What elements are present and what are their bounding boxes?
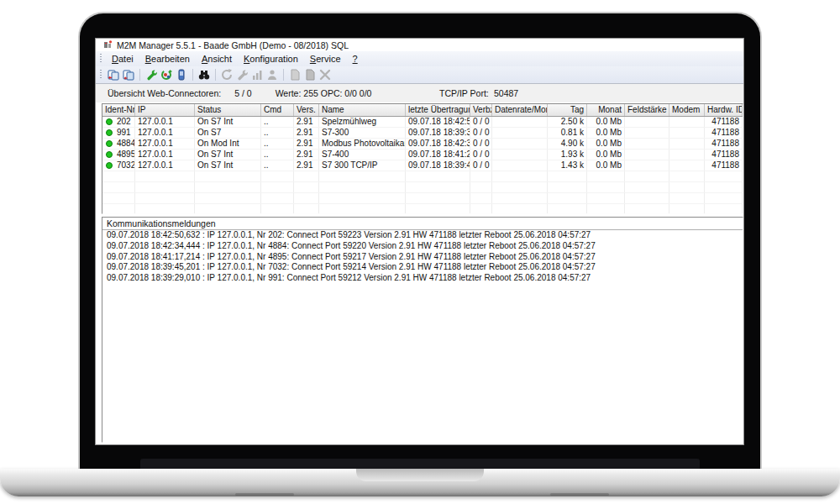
cell-status — [195, 182, 261, 192]
cell-cmd: .. — [261, 139, 294, 149]
table-row[interactable]: 7032127.0.0.1On S7 Int..2.91S7 300 TCP/I… — [102, 160, 743, 171]
cell-letzte-bertragung — [406, 193, 470, 203]
menu-item-konfiguration[interactable]: Konfiguration — [238, 52, 304, 66]
cell-modem — [669, 204, 705, 214]
communication-log-title: Kommunikationsmeldungen — [102, 218, 743, 230]
cell-tag — [548, 182, 587, 192]
cell-vers-: 2.91 — [294, 117, 319, 127]
column-header-tag[interactable]: Tag — [548, 104, 587, 116]
cell-letzte-bertragung: 09.07.18 18:41:20 * — [406, 150, 470, 160]
column-header-vers-[interactable]: Vers. — [294, 104, 319, 116]
cell-ident-nr: 7032 — [102, 160, 135, 171]
copy-blue-alt-icon[interactable] — [121, 68, 136, 82]
laptop-foot — [235, 493, 294, 496]
cell-ip: 127.0.0.1 — [135, 117, 195, 127]
cell-vers- — [294, 171, 319, 181]
cell-feldst-rke — [625, 171, 669, 181]
table-row[interactable]: 4895127.0.0.1On S7 Int..2.91S7-40009.07.… — [102, 150, 743, 160]
table-row[interactable]: 991127.0.0.1On S7..2.91S7-30009.07.18 18… — [102, 128, 743, 139]
cell-letzte-bertragung: 09.07.18 18:42:37 * — [406, 139, 470, 149]
cell-letzte-bertragung — [406, 204, 470, 214]
cell-datenrate-mon — [492, 193, 548, 203]
cell-letzte-bertragung: 09.07.18 18:39:32 * — [406, 128, 470, 138]
wrench-gray-icon — [234, 68, 249, 82]
status-online-icon — [106, 162, 113, 169]
table-row[interactable]: 4884127.0.0.1On Mod Int..2.91Modbus Phot… — [102, 139, 743, 150]
device-table: Ident-NrIPStatusCmdVers.Nameletzte Übert… — [102, 103, 743, 214]
cell-ip: 127.0.0.1 — [135, 128, 195, 138]
binoculars-icon[interactable] — [197, 68, 212, 82]
cell-modem — [669, 150, 705, 160]
column-header-letzte-bertragung[interactable]: letzte Übertragung — [406, 104, 470, 116]
cell-ip: 127.0.0.1 — [135, 160, 195, 171]
copy-blue-icon[interactable] — [106, 68, 121, 82]
cell-modem — [669, 139, 705, 149]
user-icon — [265, 68, 280, 82]
cell-ident-nr: 4884 — [102, 139, 135, 149]
menu-item-ansicht[interactable]: Ansicht — [196, 52, 238, 66]
cell-status — [195, 193, 261, 203]
device-table-body: 202127.0.0.1On S7 Int..2.91Spelzmühlweg0… — [102, 117, 743, 214]
column-header-verbz-[interactable]: Verbz... — [470, 104, 492, 116]
table-row[interactable]: 202127.0.0.1On S7 Int..2.91Spelzmühlweg0… — [102, 117, 743, 128]
cell-feldst-rke — [625, 160, 669, 171]
cell-tag: 4.90 k — [548, 139, 587, 149]
cell-ident-nr — [102, 171, 135, 181]
cell-tag — [548, 171, 587, 181]
laptop-lid-notch — [356, 469, 484, 481]
laptop-hinge — [140, 459, 700, 469]
column-header-name[interactable]: Name — [319, 104, 406, 116]
wrench-green-icon[interactable] — [144, 68, 159, 82]
column-header-ident-nr[interactable]: Ident-Nr — [102, 104, 135, 116]
cell-ip: 127.0.0.1 — [135, 139, 195, 149]
menu-item-?[interactable]: ? — [347, 52, 364, 66]
toolbar-separator — [192, 69, 193, 81]
toolbar-grip-handle[interactable] — [100, 70, 102, 80]
cell-datenrate-mon — [492, 204, 548, 214]
column-header-hardw-id[interactable]: Hardw. ID — [705, 104, 743, 116]
status-online-icon — [106, 129, 113, 136]
cell-name: S7 300 TCP/IP — [319, 160, 406, 171]
tcp-port-label: TCP/IP Port: — [439, 88, 489, 98]
cell-status — [195, 171, 261, 181]
cell-vers- — [294, 193, 319, 203]
column-header-monat[interactable]: Monat — [587, 104, 625, 116]
cell-modem — [669, 128, 705, 138]
menu-item-bearbeiten[interactable]: Bearbeiten — [139, 52, 196, 66]
menu-item-service[interactable]: Service — [304, 52, 347, 66]
cell-hardw-id: 471188 — [705, 117, 743, 127]
column-header-datenrate-mon[interactable]: Datenrate/Mon — [492, 104, 548, 116]
toolbar-separator — [215, 69, 216, 81]
device-icon[interactable] — [174, 68, 189, 82]
cell-letzte-bertragung — [406, 182, 470, 192]
column-header-ip[interactable]: IP — [135, 104, 195, 116]
cell-hardw-id — [705, 182, 743, 192]
column-header-feldst-rke[interactable]: Feldstärke — [625, 104, 669, 116]
laptop-base — [0, 469, 840, 496]
cell-hardw-id: 471188 — [705, 150, 743, 160]
cell-verbz-: 0 / 0 — [470, 117, 492, 127]
toolbar — [96, 66, 743, 83]
cell-status: On S7 Int — [195, 160, 261, 171]
reload-icon — [219, 68, 234, 82]
menubar-grip-handle[interactable] — [100, 54, 102, 64]
app-icon — [103, 40, 113, 50]
cell-cmd — [261, 193, 294, 203]
cell-datenrate-mon — [492, 150, 548, 160]
cell-status: On S7 Int — [195, 117, 261, 127]
status-online-icon — [106, 151, 113, 158]
refresh-search-icon[interactable] — [159, 68, 174, 82]
cell-ident-nr: 4895 — [102, 150, 135, 160]
cell-ip — [135, 204, 195, 214]
cell-cmd — [261, 182, 294, 192]
cell-tag: 0.81 k — [548, 128, 587, 138]
cell-modem — [669, 171, 705, 181]
column-header-cmd[interactable]: Cmd — [261, 104, 294, 116]
menu-bar: DateiBearbeitenAnsichtKonfigurationServi… — [96, 51, 743, 66]
menu-item-datei[interactable]: Datei — [106, 52, 139, 66]
cell-monat: 0.0 Mb — [587, 160, 625, 171]
column-header-status[interactable]: Status — [195, 104, 261, 116]
cell-name — [319, 204, 406, 214]
cell-tag: 1.43 k — [548, 160, 587, 171]
column-header-modem[interactable]: Modem — [669, 104, 705, 116]
